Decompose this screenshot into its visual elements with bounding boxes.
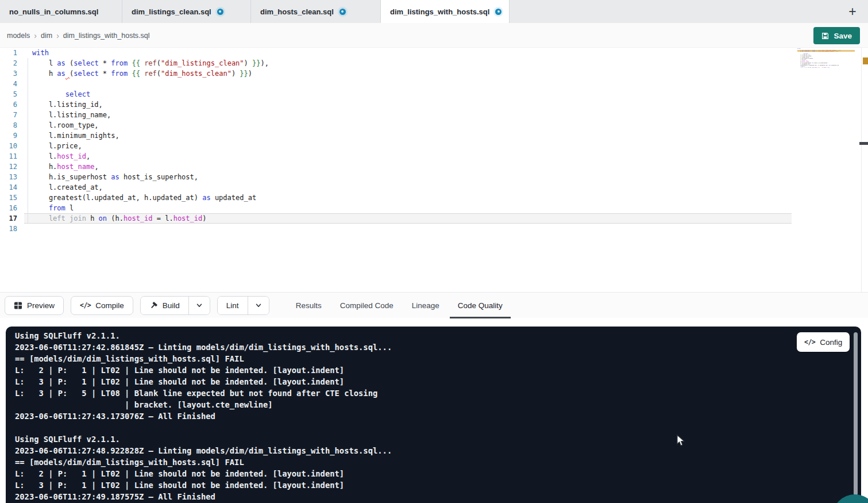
- line-number: 8: [0, 120, 24, 130]
- terminal-line: 2023-06-06T11:27:42.861845Z — Linting mo…: [15, 341, 392, 353]
- code-line[interactable]: h as (select * from {{ ref("dim_hosts_cl…: [32, 68, 796, 79]
- file-tabs: no_nulls_in_columns.sqldim_listings_clea…: [0, 0, 510, 23]
- build-button[interactable]: Build: [141, 297, 188, 314]
- code-line[interactable]: [797, 68, 855, 70]
- code-line[interactable]: l.price,: [32, 141, 796, 151]
- overview-ruler-warning-marker: [863, 57, 868, 64]
- overview-ruler-cursor-marker[interactable]: [859, 142, 868, 145]
- code-line[interactable]: l.host_id,: [797, 60, 855, 62]
- code-line[interactable]: l.listing_id,: [797, 54, 855, 55]
- config-button[interactable]: </> Config: [797, 332, 850, 352]
- code-line[interactable]: l.created_at,: [797, 64, 855, 65]
- panel-tab-lineage[interactable]: Lineage: [404, 293, 447, 318]
- code-line[interactable]: l.listing_name,: [797, 55, 855, 56]
- breadcrumb-separator-icon: ›: [34, 31, 37, 40]
- code-line[interactable]: l.minimum_nights,: [32, 130, 796, 141]
- editor-tab[interactable]: no_nulls_in_columns.sql: [0, 0, 122, 23]
- code-line[interactable]: greatest(l.updated_at, h.updated_at) as …: [32, 193, 796, 203]
- editor-code[interactable]: with l as (select * from {{ ref("dim_lis…: [32, 48, 796, 234]
- code-line[interactable]: l.created_at,: [32, 182, 796, 193]
- code-line[interactable]: l as (select * from {{ ref("dim_listings…: [797, 49, 855, 51]
- line-number: 5: [0, 89, 24, 99]
- breadcrumb-item[interactable]: dim: [41, 32, 52, 40]
- code-line[interactable]: from l: [32, 203, 796, 213]
- editor-tab[interactable]: dim_listings_clean.sql: [122, 0, 251, 23]
- code-line[interactable]: h.host_name,: [797, 62, 855, 63]
- line-number: 12: [0, 162, 24, 172]
- line-number: 9: [0, 130, 24, 141]
- build-button-group: Build: [140, 296, 210, 315]
- build-dropdown-button[interactable]: [188, 297, 210, 314]
- code-line[interactable]: h.is_superhost as host_is_superhost,: [797, 63, 855, 64]
- editor-tab[interactable]: dim_listings_with_hosts.sql: [381, 0, 510, 23]
- code-line[interactable]: h as (select * from {{ ref("dim_hosts_cl…: [797, 51, 855, 52]
- terminal-line: 2023-06-06T11:27:43.173076Z — All Finish…: [15, 410, 392, 422]
- line-number: 16: [0, 203, 24, 213]
- code-line[interactable]: from l: [797, 66, 855, 67]
- code-line[interactable]: l.host_id,: [32, 151, 796, 162]
- chevron-down-icon: [195, 301, 203, 309]
- tab-bar: no_nulls_in_columns.sqldim_listings_clea…: [0, 0, 868, 23]
- code-line[interactable]: left join h on (h.host_id = l.host_id): [32, 213, 796, 224]
- modified-dot-icon: [495, 9, 501, 15]
- code-line[interactable]: with: [32, 48, 796, 58]
- panel-tab-compiled-code[interactable]: Compiled Code: [332, 293, 402, 318]
- breadcrumb-bar: models›dim›dim_listings_with_hosts.sql S…: [0, 23, 868, 48]
- preview-button[interactable]: Preview: [5, 296, 64, 315]
- breadcrumb-item[interactable]: models: [7, 32, 30, 40]
- line-number: 18: [0, 224, 24, 234]
- code-line[interactable]: greatest(l.updated_at, h.updated_at) as …: [797, 65, 855, 66]
- action-toolbar: Preview </> Compile Build: [0, 292, 868, 318]
- save-label: Save: [834, 32, 852, 40]
- terminal-line: L: 2 | P: 1 | LT02 | Line should not be …: [15, 364, 392, 376]
- code-line[interactable]: l.listing_name,: [32, 110, 796, 120]
- terminal-line: Using SQLFluff v2.1.1.: [15, 433, 392, 445]
- code-line[interactable]: h.is_superhost as host_is_superhost,: [32, 172, 796, 182]
- code-line[interactable]: l.price,: [797, 59, 855, 60]
- code-line[interactable]: l.listing_id,: [32, 99, 796, 110]
- lint-dropdown-button[interactable]: [248, 297, 269, 314]
- code-line[interactable]: [32, 79, 796, 89]
- code-line[interactable]: l.minimum_nights,: [797, 57, 855, 59]
- panel-tab-code-quality[interactable]: Code Quality: [450, 293, 511, 318]
- ide-screen: no_nulls_in_columns.sqldim_listings_clea…: [0, 0, 868, 503]
- panel-tabs: ResultsCompiled CodeLineageCode Quality: [288, 293, 511, 318]
- code-line[interactable]: [32, 224, 796, 234]
- code-line[interactable]: select: [797, 53, 855, 54]
- lint-label: Lint: [226, 301, 239, 310]
- editor-gutter: 123456789101112131415161718: [0, 48, 24, 234]
- code-icon: </>: [804, 338, 815, 346]
- terminal-line: L: 3 | P: 1 | LT02 | Line should not be …: [15, 376, 392, 387]
- line-number: 11: [0, 151, 24, 162]
- new-tab-button[interactable]: +: [844, 3, 861, 20]
- hammer-icon: [149, 301, 158, 310]
- line-number: 2: [0, 58, 24, 68]
- code-line[interactable]: h.host_name,: [32, 162, 796, 172]
- breadcrumb-item[interactable]: dim_listings_with_hosts.sql: [63, 32, 150, 40]
- plus-icon: +: [848, 4, 856, 20]
- minimap[interactable]: with l as (select * from {{ ref("dim_lis…: [797, 48, 855, 74]
- lint-button[interactable]: Lint: [218, 297, 248, 314]
- line-number: 15: [0, 193, 24, 203]
- terminal-scrollbar[interactable]: [854, 332, 858, 496]
- line-number: 3: [0, 68, 24, 79]
- code-line[interactable]: l.room_type,: [32, 120, 796, 130]
- code-line[interactable]: with: [797, 48, 855, 49]
- code-line[interactable]: select: [32, 89, 796, 99]
- modified-dot-icon: [340, 9, 346, 15]
- compile-button[interactable]: </> Compile: [71, 296, 133, 315]
- terminal-output: Using SQLFluff v2.1.1.2023-06-06T11:27:4…: [15, 330, 392, 502]
- code-editor[interactable]: 123456789101112131415161718 with l as (s…: [0, 48, 868, 292]
- code-line[interactable]: left join h on (h.host_id = l.host_id): [797, 67, 855, 68]
- code-line[interactable]: l as (select * from {{ ref("dim_listings…: [32, 58, 796, 68]
- save-button[interactable]: Save: [813, 27, 860, 44]
- panel-tab-results[interactable]: Results: [288, 293, 330, 318]
- terminal-line: == [models/dim/dim_listings_with_hosts.s…: [15, 456, 392, 468]
- tab-label: dim_listings_with_hosts.sql: [390, 7, 489, 16]
- line-number: 10: [0, 141, 24, 151]
- line-number: 7: [0, 110, 24, 120]
- mouse-cursor: [677, 435, 685, 447]
- code-line[interactable]: [797, 52, 855, 53]
- editor-tab[interactable]: dim_hosts_clean.sql: [251, 0, 381, 23]
- code-line[interactable]: l.room_type,: [797, 56, 855, 57]
